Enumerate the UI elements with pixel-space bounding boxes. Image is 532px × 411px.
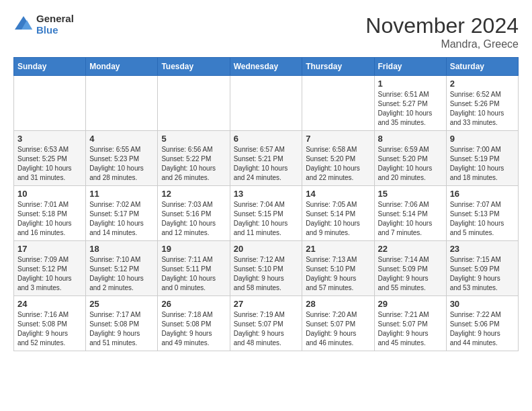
day-info: Sunrise: 7:03 AMSunset: 5:16 PMDaylight:…	[161, 200, 226, 238]
day-number: 9	[450, 134, 515, 144]
day-number: 16	[450, 189, 515, 199]
calendar-cell: 17Sunrise: 7:09 AMSunset: 5:12 PMDayligh…	[14, 241, 86, 296]
calendar-cell: 24Sunrise: 7:16 AMSunset: 5:08 PMDayligh…	[14, 296, 86, 351]
day-info: Sunrise: 6:53 AMSunset: 5:25 PMDaylight:…	[17, 145, 82, 183]
week-row-3: 10Sunrise: 7:01 AMSunset: 5:18 PMDayligh…	[14, 186, 519, 241]
day-number: 13	[234, 189, 299, 199]
week-row-1: 1Sunrise: 6:51 AMSunset: 5:27 PMDaylight…	[14, 76, 519, 131]
day-number: 10	[17, 189, 82, 199]
month-title: November 2024	[365, 13, 519, 38]
calendar-cell: 6Sunrise: 6:57 AMSunset: 5:21 PMDaylight…	[230, 131, 302, 186]
week-row-5: 24Sunrise: 7:16 AMSunset: 5:08 PMDayligh…	[14, 296, 519, 351]
day-info: Sunrise: 6:58 AMSunset: 5:20 PMDaylight:…	[306, 145, 370, 183]
calendar-cell: 23Sunrise: 7:15 AMSunset: 5:09 PMDayligh…	[446, 241, 518, 296]
calendar-cell	[230, 76, 302, 131]
day-number: 22	[378, 244, 443, 254]
calendar-cell: 13Sunrise: 7:04 AMSunset: 5:15 PMDayligh…	[230, 186, 302, 241]
day-number: 23	[450, 244, 515, 254]
day-info: Sunrise: 7:17 AMSunset: 5:08 PMDaylight:…	[89, 310, 154, 348]
day-number: 2	[450, 79, 515, 89]
calendar-cell: 9Sunrise: 7:00 AMSunset: 5:19 PMDaylight…	[446, 131, 518, 186]
logo-general-text: General	[36, 13, 74, 25]
day-info: Sunrise: 7:18 AMSunset: 5:08 PMDaylight:…	[161, 310, 226, 348]
day-info: Sunrise: 7:11 AMSunset: 5:11 PMDaylight:…	[161, 255, 226, 293]
day-number: 3	[17, 134, 82, 144]
day-info: Sunrise: 7:19 AMSunset: 5:07 PMDaylight:…	[234, 310, 299, 348]
location-title: Mandra, Greece	[365, 38, 519, 50]
day-info: Sunrise: 7:10 AMSunset: 5:12 PMDaylight:…	[89, 255, 154, 293]
calendar-cell: 5Sunrise: 6:56 AMSunset: 5:22 PMDaylight…	[158, 131, 230, 186]
calendar-cell	[158, 76, 230, 131]
day-number: 26	[161, 299, 226, 309]
day-number: 21	[306, 244, 370, 254]
calendar-cell: 26Sunrise: 7:18 AMSunset: 5:08 PMDayligh…	[158, 296, 230, 351]
day-info: Sunrise: 6:55 AMSunset: 5:23 PMDaylight:…	[89, 145, 154, 183]
day-info: Sunrise: 7:02 AMSunset: 5:17 PMDaylight:…	[89, 200, 154, 238]
day-number: 30	[450, 299, 515, 309]
day-number: 18	[89, 244, 154, 254]
day-info: Sunrise: 7:00 AMSunset: 5:19 PMDaylight:…	[450, 145, 515, 183]
day-number: 29	[378, 299, 443, 309]
day-info: Sunrise: 7:12 AMSunset: 5:10 PMDaylight:…	[234, 255, 299, 293]
calendar-cell: 10Sunrise: 7:01 AMSunset: 5:18 PMDayligh…	[14, 186, 86, 241]
header-day-sunday: Sunday	[14, 58, 86, 76]
day-number: 1	[378, 79, 443, 89]
day-info: Sunrise: 6:51 AMSunset: 5:27 PMDaylight:…	[378, 90, 443, 128]
logo-blue-text: Blue	[36, 25, 74, 36]
header: General Blue November 2024 Mandra, Greec…	[13, 13, 519, 50]
day-info: Sunrise: 7:06 AMSunset: 5:14 PMDaylight:…	[378, 200, 443, 238]
calendar-cell: 27Sunrise: 7:19 AMSunset: 5:07 PMDayligh…	[230, 296, 302, 351]
calendar-cell: 18Sunrise: 7:10 AMSunset: 5:12 PMDayligh…	[86, 241, 158, 296]
day-info: Sunrise: 7:04 AMSunset: 5:15 PMDaylight:…	[234, 200, 299, 238]
week-row-4: 17Sunrise: 7:09 AMSunset: 5:12 PMDayligh…	[14, 241, 519, 296]
calendar: SundayMondayTuesdayWednesdayThursdayFrid…	[13, 57, 519, 351]
calendar-cell: 28Sunrise: 7:20 AMSunset: 5:07 PMDayligh…	[302, 296, 374, 351]
calendar-cell: 3Sunrise: 6:53 AMSunset: 5:25 PMDaylight…	[14, 131, 86, 186]
calendar-cell: 12Sunrise: 7:03 AMSunset: 5:16 PMDayligh…	[158, 186, 230, 241]
day-info: Sunrise: 7:21 AMSunset: 5:07 PMDaylight:…	[378, 310, 443, 348]
day-number: 28	[306, 299, 370, 309]
calendar-cell: 14Sunrise: 7:05 AMSunset: 5:14 PMDayligh…	[302, 186, 374, 241]
calendar-cell: 1Sunrise: 6:51 AMSunset: 5:27 PMDaylight…	[374, 76, 446, 131]
logo-icon	[13, 15, 34, 35]
calendar-cell: 15Sunrise: 7:06 AMSunset: 5:14 PMDayligh…	[374, 186, 446, 241]
day-number: 15	[378, 189, 443, 199]
calendar-cell: 7Sunrise: 6:58 AMSunset: 5:20 PMDaylight…	[302, 131, 374, 186]
day-info: Sunrise: 7:14 AMSunset: 5:09 PMDaylight:…	[378, 255, 443, 293]
day-number: 11	[89, 189, 154, 199]
title-area: November 2024 Mandra, Greece	[365, 13, 519, 50]
day-number: 25	[89, 299, 154, 309]
calendar-cell: 22Sunrise: 7:14 AMSunset: 5:09 PMDayligh…	[374, 241, 446, 296]
calendar-cell	[86, 76, 158, 131]
day-number: 27	[234, 299, 299, 309]
calendar-cell: 2Sunrise: 6:52 AMSunset: 5:26 PMDaylight…	[446, 76, 518, 131]
day-number: 5	[161, 134, 226, 144]
day-info: Sunrise: 6:59 AMSunset: 5:20 PMDaylight:…	[378, 145, 443, 183]
calendar-body: 1Sunrise: 6:51 AMSunset: 5:27 PMDaylight…	[14, 76, 519, 351]
calendar-cell	[14, 76, 86, 131]
day-info: Sunrise: 6:52 AMSunset: 5:26 PMDaylight:…	[450, 90, 515, 128]
calendar-cell: 29Sunrise: 7:21 AMSunset: 5:07 PMDayligh…	[374, 296, 446, 351]
header-day-saturday: Saturday	[446, 58, 518, 76]
header-row: SundayMondayTuesdayWednesdayThursdayFrid…	[14, 58, 519, 76]
day-info: Sunrise: 7:05 AMSunset: 5:14 PMDaylight:…	[306, 200, 370, 238]
header-day-monday: Monday	[86, 58, 158, 76]
day-info: Sunrise: 7:13 AMSunset: 5:10 PMDaylight:…	[306, 255, 370, 293]
calendar-header: SundayMondayTuesdayWednesdayThursdayFrid…	[14, 58, 519, 76]
day-number: 7	[306, 134, 370, 144]
day-info: Sunrise: 7:09 AMSunset: 5:12 PMDaylight:…	[17, 255, 82, 293]
calendar-cell: 11Sunrise: 7:02 AMSunset: 5:17 PMDayligh…	[86, 186, 158, 241]
header-day-wednesday: Wednesday	[230, 58, 302, 76]
week-row-2: 3Sunrise: 6:53 AMSunset: 5:25 PMDaylight…	[14, 131, 519, 186]
day-info: Sunrise: 7:15 AMSunset: 5:09 PMDaylight:…	[450, 255, 515, 293]
day-info: Sunrise: 6:56 AMSunset: 5:22 PMDaylight:…	[161, 145, 226, 183]
day-info: Sunrise: 7:01 AMSunset: 5:18 PMDaylight:…	[17, 200, 82, 238]
calendar-cell: 16Sunrise: 7:07 AMSunset: 5:13 PMDayligh…	[446, 186, 518, 241]
day-number: 6	[234, 134, 299, 144]
header-day-tuesday: Tuesday	[158, 58, 230, 76]
calendar-cell: 25Sunrise: 7:17 AMSunset: 5:08 PMDayligh…	[86, 296, 158, 351]
calendar-cell: 30Sunrise: 7:22 AMSunset: 5:06 PMDayligh…	[446, 296, 518, 351]
calendar-cell: 20Sunrise: 7:12 AMSunset: 5:10 PMDayligh…	[230, 241, 302, 296]
day-info: Sunrise: 7:07 AMSunset: 5:13 PMDaylight:…	[450, 200, 515, 238]
day-number: 20	[234, 244, 299, 254]
